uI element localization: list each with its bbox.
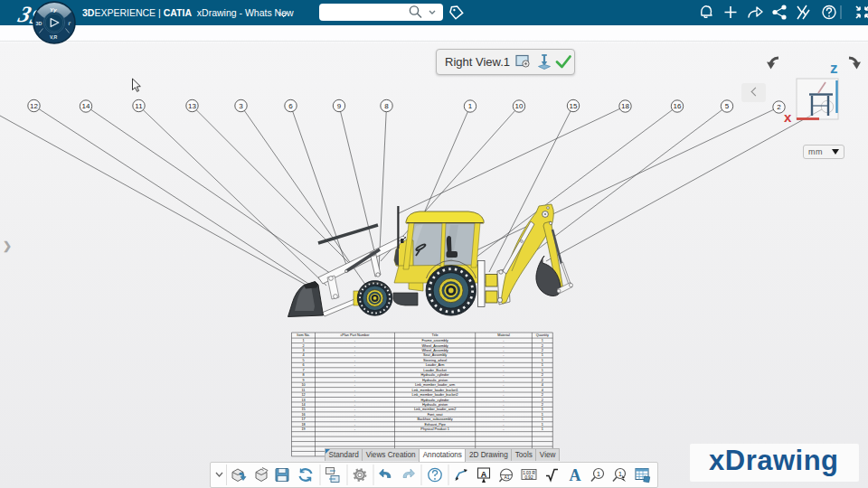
- svg-text:10: 10: [515, 102, 524, 110]
- svg-text:13: 13: [301, 399, 305, 402]
- svg-text:12: 12: [30, 102, 38, 110]
- svg-text:cPlan Part Number: cPlan Part Number: [340, 333, 370, 337]
- svg-text:1: 1: [542, 359, 543, 362]
- svg-text:0.92: 0.92: [525, 475, 533, 480]
- svg-text:9: 9: [337, 102, 342, 110]
- svg-text:19: 19: [301, 427, 305, 431]
- svg-text:2: 2: [542, 399, 543, 402]
- svg-text:Link_member_loader_bucket2: Link_member_loader_bucket2: [412, 393, 458, 397]
- svg-text:7: 7: [302, 369, 304, 372]
- svg-text:1: 1: [542, 427, 543, 431]
- svg-text:Link_member_loader_bucket1: Link_member_loader_bucket1: [412, 389, 458, 392]
- svg-text:14: 14: [82, 102, 90, 110]
- svg-text:10: 10: [301, 383, 305, 387]
- svg-text:Wheel_Assembly: Wheel_Assembly: [421, 349, 448, 352]
- svg-text:Link_member_loader_arm2: Link_member_loader_arm2: [414, 408, 456, 411]
- svg-text:5: 5: [302, 359, 304, 362]
- svg-text:Item No.: Item No.: [297, 333, 309, 337]
- svg-text:1: 1: [542, 339, 543, 343]
- svg-text:8: 8: [384, 102, 389, 110]
- svg-text:1: 1: [542, 423, 543, 427]
- svg-text:4: 4: [302, 353, 304, 357]
- svg-text:13: 13: [188, 102, 196, 110]
- svg-text:15: 15: [301, 408, 305, 411]
- svg-text:14: 14: [301, 403, 305, 407]
- svg-text:16: 16: [301, 413, 305, 417]
- svg-text:Title: Title: [432, 333, 439, 337]
- svg-text:Yy: Yy: [50, 6, 57, 13]
- svg-text:Font_seat: Font_seat: [428, 413, 444, 417]
- svg-text:Loader_Bucket: Loader_Bucket: [423, 369, 447, 372]
- svg-text:1: 1: [468, 102, 473, 110]
- svg-text:Frame_assembly: Frame_assembly: [422, 339, 448, 343]
- svg-text:2: 2: [302, 344, 304, 348]
- svg-text:1: 1: [542, 413, 543, 417]
- svg-text:i': i': [69, 21, 71, 26]
- svg-text:A: A: [481, 470, 487, 479]
- svg-text:2: 2: [542, 393, 543, 397]
- svg-text:1: 1: [542, 369, 543, 372]
- svg-text:3D: 3D: [36, 21, 42, 26]
- svg-text:16: 16: [674, 102, 682, 110]
- svg-text:Steering_wheel: Steering_wheel: [423, 359, 447, 362]
- svg-text:Seat_Assembly: Seat_Assembly: [423, 353, 447, 357]
- svg-text:V,R: V,R: [50, 34, 57, 40]
- svg-text:9: 9: [302, 379, 304, 382]
- svg-text:18: 18: [621, 102, 629, 110]
- svg-text:1: 1: [302, 339, 304, 343]
- svg-text:2: 2: [542, 373, 543, 377]
- svg-text:6: 6: [302, 363, 304, 367]
- svg-text:11: 11: [135, 102, 143, 110]
- svg-text:Wheel_Assembly: Wheel_Assembly: [421, 344, 448, 348]
- svg-text:Quantity: Quantity: [536, 333, 549, 337]
- svg-text:1: 1: [542, 418, 543, 421]
- svg-text:A1: A1: [504, 474, 509, 480]
- svg-text:Material: Material: [497, 333, 510, 337]
- svg-text:Hydraulic_piston: Hydraulic_piston: [422, 403, 448, 407]
- svg-text:A: A: [570, 466, 581, 484]
- svg-text:1: 1: [542, 408, 543, 411]
- svg-text:Link_member_loader_arm: Link_member_loader_arm: [415, 383, 455, 387]
- svg-text:3: 3: [302, 349, 304, 352]
- svg-text:1: 1: [618, 471, 622, 477]
- svg-text:15: 15: [570, 102, 578, 110]
- svg-text:2: 2: [542, 403, 543, 407]
- svg-text:17: 17: [301, 418, 305, 421]
- svg-text:5: 5: [725, 102, 730, 110]
- svg-text:2: 2: [542, 379, 543, 382]
- svg-text:6: 6: [288, 102, 293, 110]
- svg-text:11: 11: [302, 389, 306, 392]
- svg-text:4: 4: [542, 383, 543, 387]
- svg-text:2: 2: [542, 349, 543, 352]
- svg-text:Exhaust_Pipe: Exhaust_Pipe: [424, 423, 445, 427]
- svg-text:1: 1: [542, 363, 543, 367]
- svg-text:Hydraulic_cylinder: Hydraulic_cylinder: [421, 373, 450, 377]
- svg-text:Physical Product 1: Physical Product 1: [420, 427, 448, 431]
- svg-text:1: 1: [542, 353, 543, 357]
- svg-text:1: 1: [597, 471, 600, 477]
- svg-text:Backhoe_subassembly: Backhoe_subassembly: [418, 418, 453, 421]
- svg-text:2: 2: [542, 344, 543, 348]
- svg-text:8: 8: [302, 373, 304, 377]
- svg-text:12: 12: [301, 393, 305, 397]
- svg-text:18: 18: [301, 423, 305, 427]
- svg-text:Hydraulic_cylinder: Hydraulic_cylinder: [421, 399, 450, 402]
- svg-text:4: 4: [542, 389, 543, 392]
- svg-text:Hydraulic_piston: Hydraulic_piston: [422, 379, 448, 382]
- svg-text:Loader_Arm: Loader_Arm: [426, 363, 445, 367]
- svg-text:3: 3: [239, 102, 243, 110]
